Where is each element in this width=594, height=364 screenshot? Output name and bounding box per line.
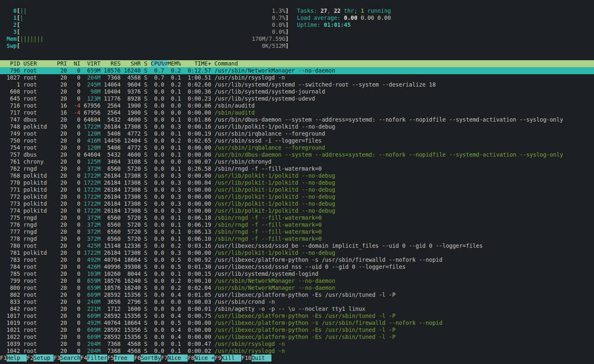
process-row-pid-768[interactable]: 768polkitd2001722M2618417308S0.00.30:00.… <box>0 172 594 179</box>
process-row-pid-833[interactable]: 833root200240M36562796S0.00.00:00.03/usr… <box>0 298 594 305</box>
process-row-pid-1[interactable]: 1root200245M140649604S0.00.20:02.60/usr/… <box>0 81 594 88</box>
process-row-pid-799[interactable]: 799root200659M1857616240S0.00.20:00.10/u… <box>0 277 594 284</box>
fkey-f3-search[interactable]: F3Search <box>54 355 80 362</box>
process-row-pid-800[interactable]: 800root200659M1857616240S0.00.20:02.04/u… <box>0 284 594 291</box>
cell-shr: 5720 <box>124 235 141 242</box>
process-row-pid-783[interactable]: 783root200492M4076418664S0.00.50:00.92/u… <box>0 256 594 263</box>
cell-res: 2564 <box>104 109 121 116</box>
process-row-pid-716[interactable]: 716root16-46795625641900S0.00.00:00.06/s… <box>0 102 594 109</box>
cell-ni: 0 <box>71 305 80 312</box>
cell-s: S <box>144 312 147 319</box>
fkey-f9-kill[interactable]: F9Kill <box>214 355 241 362</box>
cell-s: S <box>144 67 147 74</box>
cell-shr: 17308 <box>124 207 141 214</box>
process-row-pid-1022[interactable]: 1022root200609M2859215356S0.00.40:00.00/… <box>0 333 594 341</box>
cell-mem: 0.1 <box>167 165 181 172</box>
process-row-pid-608[interactable]: 608root20098M104049376S0.00.10:00.36/usr… <box>0 88 594 95</box>
process-row-pid-750[interactable]: 750root200416M1445612404S0.00.20:02.65/u… <box>0 137 594 144</box>
process-row-pid-772[interactable]: 772polkitd2001722M2618417308S0.00.30:00.… <box>0 193 594 200</box>
process-row-pid-749[interactable]: 749root200120M54084772S0.00.10:00.19/usr… <box>0 130 594 137</box>
fkey-f1-help[interactable]: F1Help <box>0 355 27 362</box>
process-row-pid-748[interactable]: 748polkitd2001722M2618417308S0.00.30:00.… <box>0 123 594 130</box>
process-row-pid-717[interactable]: 717root16-46795625641900S0.00.00:00.00/s… <box>0 109 594 116</box>
cell-pri: 16 <box>57 102 67 109</box>
cpu1-label: 1 <box>7 14 16 21</box>
process-row-pid-1039[interactable]: 1039root200204M73684568S0.00.10:00.47/us… <box>0 341 594 348</box>
cell-shr: 18664 <box>124 319 141 326</box>
process-row-pid-842[interactable]: 842root200221M17121600S0.00.00:00.01/sbi… <box>0 305 594 312</box>
fkey-f2-setup[interactable]: F2Setup <box>27 355 54 362</box>
process-row-pid-796[interactable]: 796root200659M1857616240S0.70.20:12.57/u… <box>0 67 594 74</box>
cell-ni: 0 <box>71 81 80 88</box>
process-row-pid-778[interactable]: 778rngd200372M65605720S0.00.10:06.10/sbi… <box>0 235 594 242</box>
process-row-pid-771[interactable]: 771polkitd2001722M2618417308S0.00.30:00.… <box>0 186 594 193</box>
column-header-mem[interactable]: MEM% <box>167 60 181 67</box>
cell-mem: 0.2 <box>167 277 181 284</box>
cell-s: S <box>144 123 147 130</box>
fkey-f7-nice-minus[interactable]: F7Nice - <box>161 355 188 362</box>
cell-command: /sbin/rngd -f --fill-watermark=0 <box>214 214 594 221</box>
cpu0-label: 0 <box>7 7 16 14</box>
process-row-pid-770[interactable]: 770polkitd2001722M2618417308S0.00.30:00.… <box>0 179 594 186</box>
process-row-pid-1027[interactable]: 1027root200204M73684568S0.70.11:00.51/us… <box>0 74 594 81</box>
cpu0-track: ||1.3% <box>20 7 285 14</box>
column-header-state[interactable]: S <box>144 60 147 67</box>
column-header-command[interactable]: Command <box>214 60 594 67</box>
fkey-f5-tree[interactable]: F5Tree <box>107 355 134 362</box>
column-header-shr[interactable]: SHR <box>124 60 141 67</box>
process-row-pid-777[interactable]: 777rngd200372M65605720S0.00.10:06.13/sbi… <box>0 228 594 235</box>
process-row-pid-784[interactable]: 784root200426M4099639308S0.00.50:01.30/u… <box>0 263 594 270</box>
process-row-pid-785[interactable]: 785root200103M102608044S0.00.10:00.15/us… <box>0 270 594 277</box>
cell-mem: 0.1 <box>167 95 181 102</box>
column-header-user[interactable]: USER <box>24 60 54 67</box>
cell-cpu: 0.7 <box>151 67 165 74</box>
process-row-pid-762[interactable]: 762rngd200372M65605720S0.00.10:26.58/sbi… <box>0 165 594 172</box>
process-row-pid-1017[interactable]: 1017root200609M2859215356S0.00.40:00.75/… <box>0 312 594 319</box>
process-row-pid-761[interactable]: 761chrony200125M34643108S0.00.00:00.07/u… <box>0 158 594 165</box>
cell-pid: 783 <box>3 256 20 263</box>
process-row-pid-776[interactable]: 776rngd200372M65605720S0.00.10:06.19/sbi… <box>0 221 594 228</box>
fkey-f10-quit[interactable]: F10Quit <box>241 355 271 362</box>
cpu3-track: 0.0% <box>20 28 285 35</box>
process-row-pid-802[interactable]: 802root200609M2859215356S0.00.40:01.05/u… <box>0 291 594 298</box>
cell-pid: 608 <box>3 88 20 95</box>
mem-value: 170M/7.59G <box>252 35 285 42</box>
process-row-pid-775[interactable]: 775rngd200372M65605720S0.00.10:06.18/sbi… <box>0 214 594 221</box>
fkey-f6-sortby[interactable]: F6SortBy <box>134 355 161 362</box>
column-header-virt[interactable]: VIRT <box>84 60 101 67</box>
cell-user: root <box>24 348 54 355</box>
process-row-pid-1021[interactable]: 1021root200609M2859215356S0.00.40:00.00/… <box>0 326 594 333</box>
process-row-pid-780[interactable]: 780root200425M1514812336S0.00.20:03.16/u… <box>0 242 594 249</box>
column-header-time[interactable]: TIME+ <box>184 60 211 67</box>
cell-shr: 9376 <box>124 88 141 95</box>
column-header-res[interactable]: RES <box>104 60 121 67</box>
cell-user: root <box>24 263 54 270</box>
cell-pri: 20 <box>57 341 67 348</box>
cell-ni: 0 <box>71 95 80 102</box>
column-header-pid[interactable]: PID <box>3 60 20 67</box>
cell-command: /usr/lib/systemd/systemd-logind <box>214 270 594 277</box>
cell-ni: 0 <box>71 291 80 298</box>
cell-pid: 796 <box>3 67 20 74</box>
column-header-cpu-sorted[interactable]: CPU% <box>151 60 165 67</box>
process-row-pid-1042[interactable]: 1042root200204M73684568S0.00.10:00.02/us… <box>0 348 594 355</box>
process-row-pid-773[interactable]: 773polkitd2001722M2618417308S0.00.30:00.… <box>0 200 594 207</box>
process-row-pid-774[interactable]: 774polkitd2001722M2618417308S0.00.30:00.… <box>0 207 594 214</box>
fkey-f8-nice-plus[interactable]: F8Nice + <box>188 355 214 362</box>
cell-ni: 0 <box>71 326 80 333</box>
process-row-pid-781[interactable]: 781polkitd2001722M2618417308S0.00.30:00.… <box>0 249 594 256</box>
process-row-pid-1019[interactable]: 1019root200492M4076418664S0.00.50:00.00/… <box>0 319 594 326</box>
cell-command: /usr/sbin/sssd -i --logger=files <box>214 137 594 144</box>
cell-cpu: 0.0 <box>151 305 165 312</box>
process-row-pid-645[interactable]: 645root200123M117768928S0.00.10:00.23/us… <box>0 95 594 102</box>
cell-user: root <box>24 74 54 81</box>
process-row-pid-754[interactable]: 754root200120M54084772S0.00.10:00.00/usr… <box>0 144 594 151</box>
fkey-f4-filter[interactable]: F4Filter <box>80 355 107 362</box>
process-row-pid-747[interactable]: 747dbus2006460454324600S0.00.10:01.86/us… <box>0 116 594 123</box>
column-header-ni[interactable]: NI <box>71 60 80 67</box>
cell-shr: 9604 <box>124 81 141 88</box>
column-header-pri[interactable]: PRI <box>57 60 67 67</box>
cell-mem: 0.1 <box>167 151 181 158</box>
process-row-pid-757[interactable]: 757dbus2006460454324600S0.00.10:00.00/us… <box>0 151 594 158</box>
cell-time: 0:06.10 <box>184 235 211 242</box>
